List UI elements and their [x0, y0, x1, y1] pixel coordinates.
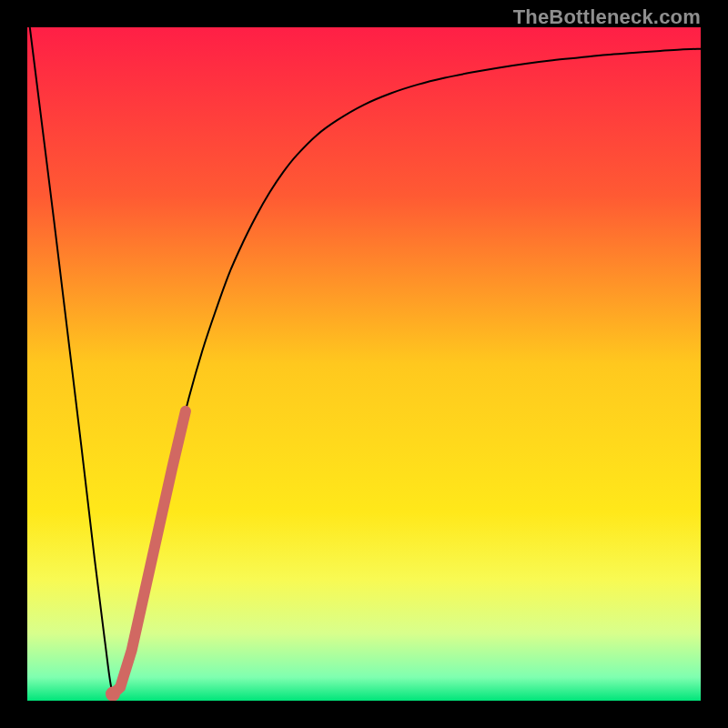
chart-frame: TheBottleneck.com [0, 0, 728, 728]
svg-point-1 [106, 687, 120, 701]
plot-area [27, 27, 701, 701]
watermark-text: TheBottleneck.com [513, 5, 701, 29]
bottleneck-curve [27, 27, 701, 701]
